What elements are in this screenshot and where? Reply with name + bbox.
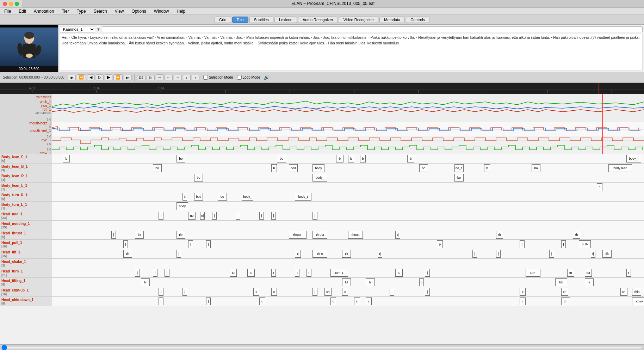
annotation[interactable]: b (336, 155, 343, 162)
step-back-button[interactable]: ⏪ (77, 74, 86, 80)
go-to-start-button[interactable]: ⏮ (68, 75, 76, 80)
annotation[interactable]: bo_1 (454, 164, 463, 172)
loop-play-button[interactable]: DS (137, 75, 146, 80)
annotation[interactable]: b (348, 155, 354, 162)
annotation[interactable]: bo (218, 193, 227, 201)
annotation[interactable]: t (295, 269, 299, 277)
annotation[interactable]: t (306, 269, 311, 277)
annotation[interactable]: | (271, 212, 276, 220)
menu-tier[interactable]: Tier (60, 8, 70, 14)
annotation[interactable]: tilt-0 (312, 250, 327, 258)
annotation[interactable]: tu (395, 269, 402, 277)
horizontal-scrollbar[interactable] (0, 344, 644, 350)
annotation[interactable]: ti (585, 278, 594, 286)
annotation[interactable]: c (271, 288, 277, 296)
menu-edit[interactable]: Edit (17, 8, 27, 14)
annotation[interactable]: b (182, 193, 187, 201)
tier-track-head-chin-down[interactable]: | | c c c c c ch chin- (52, 297, 644, 306)
annotation[interactable]: body_ (242, 193, 254, 201)
tab-video-recognizer[interactable]: Video Recognizer (339, 17, 379, 23)
step-forward-button[interactable]: ⏩ (113, 74, 123, 80)
annotation[interactable]: c (520, 288, 526, 296)
annotation[interactable]: | (312, 288, 317, 296)
annotation[interactable]: | (212, 212, 217, 220)
tier-track-body-lean-l[interactable]: b (52, 183, 644, 192)
annotation[interactable]: | (111, 231, 116, 239)
tier-track-head-thrust[interactable]: | thr thr thrust- thrust thrust t| th th (52, 230, 644, 239)
annotation[interactable]: c (520, 297, 526, 305)
annotation[interactable]: | (123, 240, 128, 248)
set-begin-button[interactable]: ⊣ (156, 74, 163, 80)
annotation[interactable]: tilt (123, 250, 132, 258)
annotation[interactable]: | (135, 269, 140, 277)
annotation[interactable]: | (312, 212, 317, 220)
tier-track-head-turn[interactable]: | | | tu tu t t t turn-1 tu | turn- tu t… (52, 268, 644, 277)
annotation[interactable]: b (271, 164, 277, 172)
menu-type[interactable]: Type (75, 8, 87, 14)
annotation[interactable]: bo (419, 164, 428, 172)
tab-metadata[interactable]: Metadata (379, 17, 405, 23)
annotation[interactable]: th (496, 231, 503, 239)
annotation[interactable]: t (271, 269, 276, 277)
annotation[interactable]: c (342, 288, 348, 296)
menu-annotation[interactable]: Annotation (32, 8, 55, 14)
menu-options[interactable]: Options (130, 8, 148, 14)
tier-track-body-turn-r[interactable]: b bod bo body_ body_t (52, 192, 644, 201)
tab-text[interactable]: Text (232, 17, 248, 23)
annotation[interactable]: tu (247, 269, 254, 277)
menu-view[interactable]: View (113, 8, 125, 14)
annotation[interactable]: | (472, 250, 477, 258)
down-arrow-button[interactable]: ↓ (183, 75, 191, 80)
annotation[interactable]: ch (561, 297, 570, 305)
annotation[interactable]: bo (153, 164, 162, 172)
annotation[interactable]: b (63, 155, 70, 162)
annotation[interactable]: pull- (579, 240, 591, 248)
annotation[interactable]: ch (561, 288, 568, 296)
annotation[interactable]: b (419, 278, 424, 286)
annotation[interactable]: body_l (626, 155, 641, 162)
minimize-button[interactable] (9, 2, 13, 6)
annotation[interactable]: thr (177, 231, 185, 239)
annotation[interactable]: | (188, 240, 193, 248)
tab-grid[interactable]: Grid (215, 17, 231, 23)
annotation[interactable]: th (573, 231, 580, 239)
annotation[interactable]: bo (177, 155, 185, 162)
tier-track-head-nodding[interactable] (52, 221, 644, 230)
tier-track-head-pull[interactable]: | | | p | | pull- (52, 240, 644, 249)
tab-audio-recognizer[interactable]: Audio Recognizer (298, 17, 338, 23)
annotation[interactable]: body (177, 202, 188, 210)
annotation[interactable]: b (407, 155, 414, 162)
annotation[interactable]: | (159, 212, 163, 220)
annotation[interactable]: | (165, 269, 169, 277)
menu-help[interactable]: Help (175, 8, 187, 14)
annotation[interactable]: til (141, 278, 150, 286)
annotation[interactable]: turn-1 (330, 269, 348, 277)
annotation[interactable]: body_t (295, 193, 311, 201)
annotation[interactable]: no (188, 212, 195, 220)
annotation[interactable]: | (159, 297, 163, 305)
annotation[interactable]: ch (324, 288, 332, 296)
annotation[interactable]: c (253, 288, 259, 296)
menu-search[interactable]: Search (92, 8, 109, 14)
tier-track-body-turn-l[interactable]: body (52, 202, 644, 211)
back-arrow-button[interactable]: ← (165, 75, 173, 80)
annotation[interactable]: body (312, 164, 324, 172)
annotation[interactable]: tilt (602, 250, 611, 258)
annotation[interactable]: t| (378, 250, 382, 258)
annotation[interactable]: bo (194, 174, 203, 182)
tab-lexicon[interactable]: Lexicon (274, 17, 297, 23)
annotation[interactable]: thr (135, 231, 144, 239)
volume-icon[interactable]: 🔊 (264, 75, 270, 80)
annotation[interactable]: tilt| (555, 278, 567, 286)
back-button[interactable]: ◀ (87, 74, 95, 80)
annotation[interactable]: b (360, 155, 366, 162)
annotation[interactable]: tu (230, 269, 237, 277)
up-arrow-button[interactable]: ↑ (192, 75, 199, 80)
annotation[interactable]: t (626, 269, 631, 277)
loop-mode-checkbox[interactable] (237, 75, 242, 80)
annotation[interactable]: chin- (632, 297, 644, 305)
annotation[interactable]: turn- (526, 269, 540, 277)
annotation[interactable]: body lean (608, 164, 632, 172)
tab-subtitles[interactable]: Subtitles (249, 17, 273, 23)
play-button[interactable]: ▶ (105, 74, 112, 80)
